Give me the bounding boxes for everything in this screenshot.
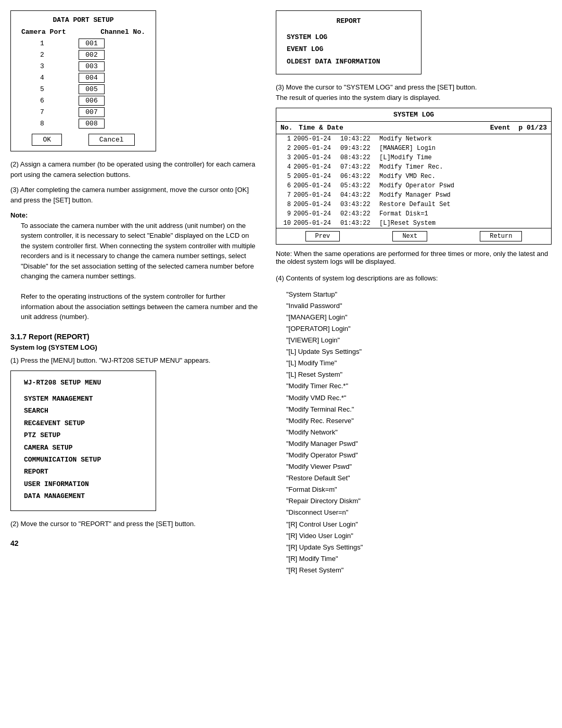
log-event: Modify Timer Rec. xyxy=(379,163,547,171)
channel-box: 008 xyxy=(79,119,105,129)
list-item: "System Startup" xyxy=(286,289,552,300)
list-item: "Modify VMD Rec.*" xyxy=(286,392,552,404)
setup-menu-title: WJ-RT208 SETUP MENU xyxy=(24,379,143,387)
system-log-row: 92005-01-2402:43:22Format Disk=1 xyxy=(276,209,551,219)
list-item: "Modify Operator Pswd" xyxy=(286,450,552,461)
log-date: 2005-01-24 xyxy=(293,182,340,189)
ok-button[interactable]: OK xyxy=(32,134,62,146)
system-log-row: 52005-01-2406:43:22Modify VMD Rec. xyxy=(276,172,551,181)
system-log-row: 32005-01-2408:43:22[L]Modify Time xyxy=(276,153,551,162)
step2-text: (2) Assign a camera number (to be operat… xyxy=(10,159,260,180)
header-time-date: Time & Date xyxy=(299,124,490,132)
list-item: "Modify Terminal Rec." xyxy=(286,404,552,415)
channel-box: 003 xyxy=(79,61,105,71)
log-no: 4 xyxy=(280,163,293,171)
header-no: No. xyxy=(280,124,299,132)
log-no: 3 xyxy=(280,154,293,161)
log-date: 2005-01-24 xyxy=(293,145,340,152)
camera-num: 7 xyxy=(21,108,63,116)
data-port-row: 1001 xyxy=(19,39,148,48)
camera-num: 8 xyxy=(21,120,63,127)
log-no: 2 xyxy=(280,145,293,152)
log-event: Modify Operator Pswd xyxy=(379,182,547,189)
note-bold: Note: When the same operations are perfo… xyxy=(276,250,552,265)
return-button[interactable]: Return xyxy=(480,231,522,241)
camera-num: 6 xyxy=(21,97,63,105)
list-item: "[L] Reset System" xyxy=(286,369,552,380)
log-no: 9 xyxy=(280,210,293,218)
list-item: "Modify Manager Pswd" xyxy=(286,438,552,450)
data-port-buttons: OK Cancel xyxy=(19,134,148,146)
data-port-rows: 10012002300340045005600670078008 xyxy=(19,39,148,129)
list-item: "Modify Rec. Reserve" xyxy=(286,415,552,427)
cancel-button[interactable]: Cancel xyxy=(88,134,135,146)
log-event: Restore Default Set xyxy=(379,201,547,208)
data-port-setup-box: DATA PORT SETUP Camera Port Channel No. … xyxy=(10,10,156,151)
list-item: "[VIEWER] Login" xyxy=(286,335,552,346)
page-layout: DATA PORT SETUP Camera Port Channel No. … xyxy=(10,10,552,576)
camera-port-header: Camera Port xyxy=(21,28,66,36)
step3-text: (3) After completing the camera number a… xyxy=(10,185,260,205)
log-time: 04:43:22 xyxy=(340,191,379,199)
camera-num: 4 xyxy=(21,74,63,82)
system-log-row: 62005-01-2405:43:22Modify Operator Pswd xyxy=(276,181,551,190)
system-log-footer: Prev Next Return xyxy=(276,228,551,244)
list-item: "Repair Directory Diskm" xyxy=(286,495,552,507)
log-date: 2005-01-24 xyxy=(293,191,340,199)
log-date: 2005-01-24 xyxy=(293,135,340,143)
setup-menu-items: SYSTEM MANAGEMENTSEARCHREC&EVENT SETUPPT… xyxy=(24,393,143,503)
log-no: 6 xyxy=(280,182,293,189)
channel-box: 007 xyxy=(79,107,105,117)
log-event: [L]Modify Time xyxy=(379,154,547,161)
list-item: "[R] Modify Time" xyxy=(286,553,552,565)
system-log-title: SYSTEM LOG xyxy=(276,108,551,122)
log-time: 07:43:22 xyxy=(340,163,379,171)
log-date: 2005-01-24 xyxy=(293,163,340,171)
report-item: OLDEST DATA INFORMATION xyxy=(287,56,411,68)
setup-menu-box: WJ-RT208 SETUP MENU SYSTEM MANAGEMENTSEA… xyxy=(10,371,156,511)
log-no: 8 xyxy=(280,201,293,208)
list-item: "[R] Video User Login" xyxy=(286,530,552,542)
list-item: "Disconnect User=n" xyxy=(286,507,552,518)
log-event: Modify Network xyxy=(379,135,547,143)
menu-item: SYSTEM MANAGEMENT xyxy=(24,393,143,405)
next-button[interactable]: Next xyxy=(392,231,427,241)
page-number: 42 xyxy=(10,539,260,547)
log-event: [MANAGER] Login xyxy=(379,145,547,152)
menu-item: PTZ SETUP xyxy=(24,429,143,441)
log-date: 2005-01-24 xyxy=(293,210,340,218)
camera-num: 2 xyxy=(21,51,63,59)
system-log-row: 12005-01-2410:43:22Modify Network xyxy=(276,134,551,144)
report-title: REPORT xyxy=(287,17,411,25)
menu-item: CAMERA SETUP xyxy=(24,442,143,454)
menu-item: DATA MANAGEMENT xyxy=(24,490,143,502)
log-no: 5 xyxy=(280,173,293,180)
step4-intro: (4) Contents of system log descriptions … xyxy=(276,273,552,284)
channel-box: 001 xyxy=(79,39,105,48)
log-time: 06:43:22 xyxy=(340,173,379,180)
log-no: 1 xyxy=(280,135,293,143)
right-column: REPORT SYSTEM LOGEVENT LOGOLDEST DATA IN… xyxy=(276,10,552,576)
system-log-box: SYSTEM LOG No. Time & Date Event p 01/23… xyxy=(276,108,552,245)
camera-num: 3 xyxy=(21,62,63,70)
log-time: 08:43:22 xyxy=(340,154,379,161)
data-port-row: 5005 xyxy=(19,84,148,94)
list-item: "Modify Timer Rec.*" xyxy=(286,380,552,392)
report-item: SYSTEM LOG xyxy=(287,31,411,43)
channel-box: 004 xyxy=(79,73,105,83)
list-item: "[L] Modify Time" xyxy=(286,357,552,369)
prev-button[interactable]: Prev xyxy=(305,231,340,241)
list-item: "[OPERATOR] Login" xyxy=(286,323,552,335)
list-item: "Modify Viewer Pswd" xyxy=(286,461,552,472)
note-label: Note: xyxy=(10,211,28,219)
section-heading: 3.1.7 Report (REPORT) xyxy=(10,333,260,341)
data-port-row: 2002 xyxy=(19,50,148,60)
menu-item: REC&EVENT SETUP xyxy=(24,417,143,429)
system-log-row: 42005-01-2407:43:22Modify Timer Rec. xyxy=(276,162,551,172)
data-port-row: 3003 xyxy=(19,61,148,71)
report-item: EVENT LOG xyxy=(287,43,411,55)
system-log-row: 82005-01-2403:43:22Restore Default Set xyxy=(276,200,551,209)
report-box: REPORT SYSTEM LOGEVENT LOGOLDEST DATA IN… xyxy=(276,10,422,74)
log-time: 09:43:22 xyxy=(340,145,379,152)
channel-box: 005 xyxy=(79,84,105,94)
